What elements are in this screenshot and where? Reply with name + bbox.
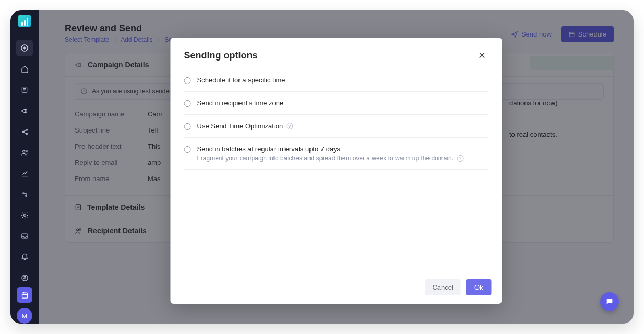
option-send-time-optimization[interactable]: Use Send Time Optimization ? bbox=[184, 115, 488, 138]
sidebar-form-icon[interactable] bbox=[16, 81, 33, 98]
svg-rect-12 bbox=[22, 293, 27, 298]
option-sublabel: Fragment your campaign into batches and … bbox=[197, 154, 454, 162]
radio-schedule-specific[interactable] bbox=[184, 77, 191, 84]
modal-close-button[interactable] bbox=[476, 49, 488, 62]
sidebar-calendar-action[interactable] bbox=[17, 287, 32, 303]
sidebar-integrations-icon[interactable] bbox=[16, 186, 33, 202]
sidebar-share-icon[interactable] bbox=[16, 123, 33, 140]
sidebar-billing-icon[interactable] bbox=[16, 269, 33, 286]
option-label: Use Send Time Optimization bbox=[197, 122, 283, 130]
sidebar-announce-icon[interactable] bbox=[16, 102, 33, 119]
avatar[interactable]: M bbox=[17, 308, 32, 324]
svg-point-2 bbox=[22, 131, 23, 133]
help-icon[interactable]: ? bbox=[457, 155, 463, 162]
svg-point-8 bbox=[25, 195, 27, 196]
chat-icon bbox=[605, 297, 614, 306]
logo[interactable] bbox=[18, 15, 31, 27]
modal-title: Sending options bbox=[184, 50, 258, 61]
ok-label: Ok bbox=[474, 283, 483, 291]
option-label: Send in recipient's time zone bbox=[197, 99, 284, 107]
radio-batches[interactable] bbox=[184, 146, 191, 153]
option-label: Send in batches at regular intervals upt… bbox=[197, 145, 341, 153]
avatar-letter: M bbox=[22, 312, 28, 320]
cancel-button[interactable]: Cancel bbox=[425, 279, 460, 295]
option-recipient-timezone[interactable]: Send in recipient's time zone bbox=[184, 92, 488, 115]
sidebar-analytics-icon[interactable] bbox=[16, 165, 33, 182]
svg-point-3 bbox=[26, 129, 28, 130]
sending-options-modal: Sending options Schedule it for a specif… bbox=[171, 38, 502, 304]
cancel-label: Cancel bbox=[432, 283, 453, 291]
svg-point-6 bbox=[26, 150, 27, 151]
svg-point-5 bbox=[22, 150, 25, 152]
sidebar-plus-icon[interactable] bbox=[16, 40, 33, 56]
main-content: Review and Send Select Template › Add De… bbox=[39, 10, 634, 324]
sidebar: M bbox=[10, 10, 39, 324]
svg-point-4 bbox=[26, 133, 28, 135]
sidebar-bell-icon[interactable] bbox=[16, 248, 33, 265]
sidebar-settings-icon[interactable] bbox=[16, 207, 33, 223]
ok-button[interactable]: Ok bbox=[466, 279, 492, 295]
close-icon bbox=[478, 51, 486, 59]
svg-point-9 bbox=[23, 214, 26, 216]
option-label: Schedule it for a specific time bbox=[197, 76, 285, 84]
radio-recipient-timezone[interactable] bbox=[184, 100, 191, 107]
option-schedule-specific[interactable]: Schedule it for a specific time bbox=[184, 69, 488, 92]
chat-fab[interactable] bbox=[600, 292, 619, 311]
help-icon[interactable]: ? bbox=[286, 123, 293, 129]
svg-point-7 bbox=[22, 192, 24, 194]
radio-send-time-optimization[interactable] bbox=[184, 123, 191, 130]
sidebar-users-icon[interactable] bbox=[16, 144, 33, 161]
sidebar-inbox-icon[interactable] bbox=[16, 228, 33, 244]
option-batches[interactable]: Send in batches at regular intervals upt… bbox=[184, 138, 488, 170]
sidebar-home-icon[interactable] bbox=[16, 61, 33, 77]
